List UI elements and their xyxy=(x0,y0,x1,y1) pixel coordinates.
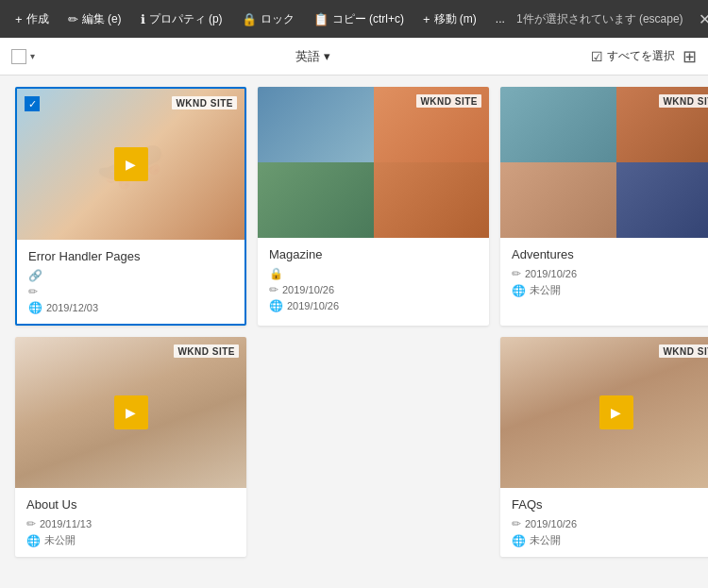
card-faqs[interactable]: WKND SITE ▶ FAQs ✏ 2019/10/26 🌐 未公開 xyxy=(500,337,708,557)
play-button[interactable]: ▶ xyxy=(599,395,633,429)
card-info: FAQs ✏ 2019/10/26 🌐 未公開 xyxy=(500,488,708,557)
globe-icon: 🌐 xyxy=(269,299,283,312)
card-info: Adventures ✏ 2019/10/26 🌐 未公開 xyxy=(500,238,708,307)
card-thumbnail: WKND SITE ▶ xyxy=(15,337,246,488)
site-label: WKND SITE xyxy=(416,94,481,108)
thumb-cell xyxy=(500,87,616,162)
meta-edit-row: ✏ 2019/11/13 xyxy=(26,517,235,530)
thumbnail-image xyxy=(500,87,708,238)
lock-small-icon: 🔒 xyxy=(269,267,283,280)
lock-button[interactable]: 🔒 ロック xyxy=(234,8,302,31)
checkbox-area: ▾ xyxy=(11,49,35,64)
more-button[interactable]: ... xyxy=(488,8,513,29)
card-meta: ✏ 2019/11/13 🌐 未公開 xyxy=(26,517,235,547)
globe-icon: 🌐 xyxy=(512,284,526,297)
edit-button[interactable]: ✏ 編集 (e) xyxy=(60,8,129,31)
selection-status: 1件が選択されています (escape) xyxy=(516,11,683,27)
pencil-small-icon: ✏ xyxy=(269,283,278,296)
card-info: Magazine 🔒 ✏ 2019/10/26 🌐 2019/10/26 xyxy=(258,238,489,322)
card-adventures[interactable]: WKND SITE Adventures ✏ 2019/10/26 🌐 未公開 xyxy=(500,87,708,326)
pencil-small-icon: ✏ xyxy=(512,517,521,530)
card-title: FAQs xyxy=(512,497,708,512)
pencil-small-icon: ✏ xyxy=(512,267,521,280)
card-thumbnail: WKND SITE xyxy=(500,87,708,238)
link-off-icon: 🔗 xyxy=(28,269,42,282)
card-title: Error Handler Pages xyxy=(28,249,233,263)
thumb-cell xyxy=(616,162,709,238)
globe-icon: 🌐 xyxy=(26,534,41,547)
select-all-checkbox[interactable] xyxy=(11,49,26,64)
meta-publish-row: 🌐 2019/10/26 xyxy=(269,299,478,312)
create-button[interactable]: + 作成 xyxy=(8,8,57,31)
move-button[interactable]: + 移動 (m) xyxy=(415,8,484,31)
properties-button[interactable]: ℹ プロパティ (p) xyxy=(133,8,230,31)
meta-link-row: 🔗 xyxy=(28,269,233,282)
language-area: 英語 ▾ xyxy=(35,48,591,65)
card-about-us[interactable]: WKND SITE ▶ About Us ✏ 2019/11/13 🌐 未公開 xyxy=(15,337,246,557)
thumb-cell xyxy=(258,87,374,162)
pencil-icon: ✏ xyxy=(68,12,78,26)
meta-publish-row: 🌐 2019/12/03 xyxy=(28,301,233,314)
card-info: Error Handler Pages 🔗 ✏ 🌐 2019/12/03 xyxy=(17,240,244,324)
move-icon: + xyxy=(423,12,430,26)
card-title: About Us xyxy=(26,497,235,512)
card-title: Magazine xyxy=(269,247,478,261)
copy-icon: 📋 xyxy=(313,12,329,26)
cards-grid: 🛹 WKND SITE ✓ ▶ Error Handler Pages 🔗 ✏ xyxy=(15,87,693,557)
globe-icon: 🌐 xyxy=(28,301,42,314)
card-checkbox[interactable]: ✓ xyxy=(25,96,40,111)
card-meta: ✏ 2019/10/26 🌐 未公開 xyxy=(512,267,708,297)
checkbox-icon: ☑ xyxy=(591,49,603,64)
plus-icon: + xyxy=(15,12,23,26)
thumb-cell xyxy=(258,162,374,238)
lock-icon: 🔒 xyxy=(242,12,257,26)
play-button[interactable]: ▶ xyxy=(114,147,148,181)
play-button[interactable]: ▶ xyxy=(114,395,148,429)
lang-chevron-icon: ▾ xyxy=(324,49,330,63)
card-meta: ✏ 2019/10/26 🌐 未公開 xyxy=(512,517,708,547)
meta-publish-row: 🌐 未公開 xyxy=(512,533,708,547)
meta-edit-row: ✏ 2019/10/26 xyxy=(269,283,478,296)
site-label: WKND SITE xyxy=(659,94,708,108)
card-thumbnail: WKND SITE xyxy=(258,87,489,238)
pencil-small-icon: ✏ xyxy=(26,517,36,530)
thumb-cell xyxy=(374,162,490,238)
card-meta: 🔗 ✏ 🌐 2019/12/03 xyxy=(28,269,233,314)
language-selector[interactable]: 英語 ▾ xyxy=(295,48,330,65)
view-toggle[interactable]: ⊞ xyxy=(683,46,697,67)
meta-edit-row: ✏ xyxy=(28,285,233,298)
site-label: WKND SITE xyxy=(659,344,708,358)
card-meta: 🔒 ✏ 2019/10/26 🌐 2019/10/26 xyxy=(269,267,478,312)
card-error-handler[interactable]: 🛹 WKND SITE ✓ ▶ Error Handler Pages 🔗 ✏ xyxy=(15,87,246,326)
card-title: Adventures xyxy=(512,247,708,261)
card-thumbnail: WKND SITE ▶ xyxy=(500,337,708,488)
view-controls: ☑ すべてを選択 ⊞ xyxy=(591,46,697,67)
thumbnail-image xyxy=(258,87,489,238)
card-thumbnail: 🛹 WKND SITE ✓ ▶ xyxy=(17,89,244,240)
site-label: WKND SITE xyxy=(174,344,239,358)
meta-edit-row: ✏ 2019/10/26 xyxy=(512,267,708,280)
pencil-small-icon: ✏ xyxy=(28,285,38,298)
card-info: About Us ✏ 2019/11/13 🌐 未公開 xyxy=(15,488,246,557)
thumb-cell xyxy=(500,162,616,238)
globe-icon: 🌐 xyxy=(512,534,526,547)
grid-view-icon: ⊞ xyxy=(683,46,697,67)
meta-publish-row: 🌐 未公開 xyxy=(512,283,708,297)
copy-button[interactable]: 📋 コピー (ctrl+c) xyxy=(306,8,412,31)
card-magazine[interactable]: WKND SITE Magazine 🔒 ✏ 2019/10/26 🌐 2019… xyxy=(258,87,489,326)
close-button[interactable]: ✕ xyxy=(695,7,708,32)
select-all-button[interactable]: ☑ すべてを選択 xyxy=(591,48,675,64)
content-area: 🛹 WKND SITE ✓ ▶ Error Handler Pages 🔗 ✏ xyxy=(0,76,708,588)
site-label: WKND SITE xyxy=(172,96,237,109)
meta-publish-row: 🌐 未公開 xyxy=(26,533,235,547)
language-label: 英語 xyxy=(295,48,320,65)
meta-lock-row: 🔒 xyxy=(269,267,478,280)
secondary-bar: ▾ 英語 ▾ ☑ すべてを選択 ⊞ xyxy=(0,38,708,76)
meta-edit-row: ✏ 2019/10/26 xyxy=(512,517,708,530)
toolbar: + 作成 ✏ 編集 (e) ℹ プロパティ (p) 🔒 ロック 📋 コピー (c… xyxy=(0,0,708,38)
info-icon: ℹ xyxy=(141,12,145,26)
